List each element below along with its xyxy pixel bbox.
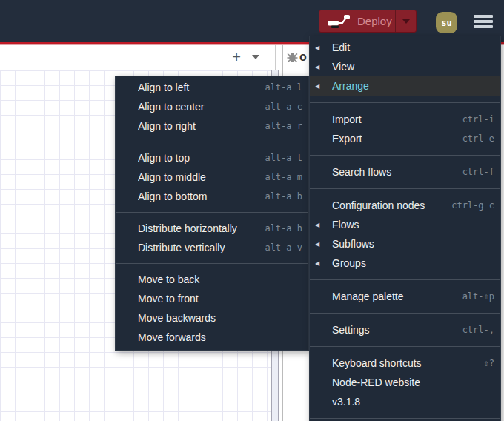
menu-item-label: Move forwards xyxy=(138,331,302,343)
menu-item-label: Arrange xyxy=(332,80,494,92)
menu-separator xyxy=(310,418,500,419)
main-dropdown-menu: ◀Edit◀View◀ArrangeImportctrl-iExportctrl… xyxy=(309,36,501,421)
menu-item-label: Align to middle xyxy=(138,171,257,183)
hamburger-icon xyxy=(474,15,493,18)
menu-item-shortcut: ctrl-, xyxy=(462,325,494,335)
deploy-button[interactable]: Deploy xyxy=(319,10,417,33)
menu-item-label: Align to top xyxy=(138,152,257,164)
menu-item-arrange[interactable]: ◀Arrange xyxy=(310,76,500,96)
add-flow-button[interactable]: + xyxy=(227,47,246,67)
menu-item-label: Align to left xyxy=(138,82,257,93)
menu-item-label: Configuration nodes xyxy=(332,199,444,211)
menu-separator xyxy=(310,102,500,103)
menu-item-align-to-left[interactable]: Align to leftalt-a l xyxy=(116,78,308,97)
flow-list-caret-icon[interactable] xyxy=(252,55,259,59)
menu-item-shortcut: alt-a b xyxy=(265,191,302,202)
menu-separator xyxy=(310,188,500,189)
menu-separator xyxy=(310,313,500,314)
menu-item-shortcut: alt-⇧p xyxy=(462,291,494,302)
menu-item-shortcut: alt-a r xyxy=(265,121,302,131)
menu-item-label: Node-RED website xyxy=(332,377,494,388)
menu-item-configuration-nodes[interactable]: Configuration nodesctrl-g c xyxy=(310,196,500,215)
menu-item-manage-palette[interactable]: Manage palettealt-⇧p xyxy=(310,287,500,306)
menu-item-label: Align to center xyxy=(138,101,257,113)
menu-item-label: Search flows xyxy=(332,166,455,178)
menu-item-settings[interactable]: Settingsctrl-, xyxy=(310,320,500,339)
menu-item-shortcut: alt-a c xyxy=(265,102,302,112)
menu-item-label: Settings xyxy=(332,324,455,336)
menu-item-label: Groups xyxy=(332,257,494,269)
menu-item-subflows[interactable]: ◀Subflows xyxy=(310,234,500,253)
deploy-button-label: Deploy xyxy=(357,15,395,27)
tabbar-divider xyxy=(275,45,276,70)
menu-item-move-forwards[interactable]: Move forwards xyxy=(116,328,308,347)
menu-item-shortcut: ctrl-g c xyxy=(451,200,494,210)
menu-item-label: Keyboard shortcuts xyxy=(332,357,477,369)
deploy-node-icon xyxy=(327,14,351,28)
menu-item-shortcut: ctrl-i xyxy=(462,114,494,125)
submenu-arrow-icon: ◀ xyxy=(315,64,319,70)
menu-item-label: Move backwards xyxy=(138,312,302,324)
menu-separator xyxy=(116,212,308,213)
menu-item-move-to-front[interactable]: Move to front xyxy=(116,289,308,308)
debug-bug-icon[interactable] xyxy=(287,51,298,66)
menu-item-label: Import xyxy=(332,113,455,125)
menu-item-shortcut: alt-a t xyxy=(265,153,302,163)
menu-item-import[interactable]: Importctrl-i xyxy=(310,110,500,129)
menu-item-align-to-top[interactable]: Align to topalt-a t xyxy=(116,148,308,168)
menu-item-move-backwards[interactable]: Move backwards xyxy=(116,308,308,328)
menu-separator xyxy=(116,263,308,264)
arrange-submenu: Align to leftalt-a lAlign to centeralt-a… xyxy=(115,76,309,351)
menu-separator xyxy=(310,279,500,280)
menu-item-label: Align to bottom xyxy=(138,190,257,202)
menu-item-label: Flows xyxy=(332,219,494,231)
menu-item-align-to-right[interactable]: Align to rightalt-a r xyxy=(116,116,308,136)
main-menu-button[interactable] xyxy=(474,15,493,30)
menu-item-v3-1-8[interactable]: v3.1.8 xyxy=(310,392,500,411)
menu-separator xyxy=(116,142,308,142)
submenu-arrow-icon: ◀ xyxy=(315,260,319,267)
menu-item-label: Move to back xyxy=(138,274,302,285)
menu-item-label: Export xyxy=(332,133,455,145)
menu-item-export[interactable]: Exportctrl-e xyxy=(310,129,500,148)
menu-item-distribute-horizontally[interactable]: Distribute horizontallyalt-a h xyxy=(116,219,308,238)
menu-item-shortcut: alt-a h xyxy=(265,223,302,233)
menu-item-node-red-website[interactable]: Node-RED website xyxy=(310,373,500,392)
menu-item-label: View xyxy=(332,61,494,73)
menu-separator xyxy=(310,346,500,347)
menu-separator xyxy=(310,155,500,156)
menu-item-move-to-back[interactable]: Move to back xyxy=(116,270,308,289)
menu-item-shortcut: alt-a m xyxy=(265,172,302,182)
menu-item-label: Align to right xyxy=(138,120,257,132)
menu-item-label: Edit xyxy=(332,42,494,53)
submenu-arrow-icon: ◀ xyxy=(315,222,319,228)
menu-item-keyboard-shortcuts[interactable]: Keyboard shortcuts⇧? xyxy=(310,354,500,373)
menu-item-label: Manage palette xyxy=(332,291,455,302)
deploy-options-button[interactable] xyxy=(395,10,416,32)
menu-item-label: v3.1.8 xyxy=(332,396,494,408)
menu-item-label: Move to front xyxy=(138,293,302,305)
menu-item-align-to-middle[interactable]: Align to middlealt-a m xyxy=(116,168,308,187)
menu-item-view[interactable]: ◀View xyxy=(310,57,500,76)
submenu-arrow-icon: ◀ xyxy=(315,83,319,90)
menu-item-shortcut: ctrl-f xyxy=(462,167,494,177)
menu-item-shortcut: ⇧? xyxy=(484,358,494,368)
menu-item-flows[interactable]: ◀Flows xyxy=(310,215,500,234)
menu-item-search-flows[interactable]: Search flowsctrl-f xyxy=(310,162,500,182)
menu-item-label: Distribute horizontally xyxy=(138,222,257,234)
menu-item-align-to-center[interactable]: Align to centeralt-a c xyxy=(116,97,308,116)
menu-item-label: Subflows xyxy=(332,238,494,250)
user-avatar[interactable]: su xyxy=(436,12,457,33)
menu-item-align-to-bottom[interactable]: Align to bottomalt-a b xyxy=(116,187,308,206)
menu-item-edit[interactable]: ◀Edit xyxy=(310,38,500,57)
menu-item-label: Distribute vertically xyxy=(138,242,257,253)
menu-item-groups[interactable]: ◀Groups xyxy=(310,253,500,273)
submenu-arrow-icon: ◀ xyxy=(315,44,319,51)
menu-item-shortcut: ctrl-e xyxy=(462,133,494,144)
menu-item-shortcut: alt-a l xyxy=(265,82,302,93)
menu-item-shortcut: alt-a v xyxy=(265,242,302,253)
deploy-caret-icon xyxy=(402,19,410,24)
menu-item-distribute-vertically[interactable]: Distribute verticallyalt-a v xyxy=(116,238,308,257)
submenu-arrow-icon: ◀ xyxy=(315,241,319,248)
sidebar-clipped-text: o xyxy=(299,50,307,64)
